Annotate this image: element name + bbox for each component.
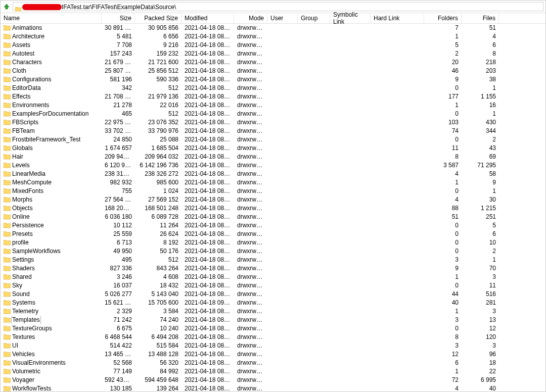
table-row[interactable]: Animations30 891 93530 905 8562021-04-18…: [1, 24, 545, 32]
cell-folders: 0: [424, 247, 462, 256]
cell-mode: drwxrwxrwx: [234, 170, 267, 178]
cell-group: [298, 75, 330, 84]
cell-mode: drwxrwxrwx: [234, 350, 267, 359]
table-row[interactable]: Templates71 24274 2402021-04-18 08:45drw…: [1, 316, 545, 324]
table-row[interactable]: Systems15 621 07915 705 6002021-04-18 09…: [1, 299, 545, 307]
table-row[interactable]: Assets7 7089 2162021-04-18 08:56drwxrwxr…: [1, 41, 545, 50]
table-row[interactable]: Cloth25 807 01125 856 5122021-04-18 08:4…: [1, 67, 545, 75]
header-packed-size[interactable]: Packed Size: [135, 13, 181, 23]
cell-symlink: [330, 264, 371, 273]
header-folders[interactable]: Folders: [424, 13, 462, 23]
table-row[interactable]: Voyager592 434 807594 459 6482021-04-18 …: [1, 376, 545, 384]
table-row[interactable]: profile6 7138 1922021-04-18 08:31drwxrwx…: [1, 238, 545, 247]
file-list[interactable]: Animations30 891 93530 905 8562021-04-18…: [1, 24, 545, 391]
row-name: Hair: [12, 153, 23, 161]
table-row[interactable]: Levels6 120 926 1156 142 196 7362021-04-…: [1, 161, 545, 170]
table-row[interactable]: Textures6 468 5446 494 2082021-04-18 08:…: [1, 333, 545, 341]
table-row[interactable]: VisualEnvironments52 56856 3202021-04-18…: [1, 359, 545, 367]
cell-mode: drwxrwxrwx: [234, 333, 267, 341]
cell-group: [298, 256, 330, 264]
cell-folders: 1: [424, 101, 462, 110]
cell-group: [298, 324, 330, 333]
cell-psize: 512: [135, 110, 181, 118]
table-row[interactable]: Settings4955122021-04-18 08:58drwxrwxrwx…: [1, 256, 545, 264]
table-row[interactable]: FBTeam33 702 10633 790 9762021-04-18 08:…: [1, 127, 545, 135]
table-row[interactable]: Volumetric77 14984 9922021-04-18 08:34dr…: [1, 367, 545, 376]
table-row[interactable]: MixedFonts7551 0242021-04-18 08:31drwxrw…: [1, 187, 545, 195]
cell-name: Telemetry: [1, 307, 102, 316]
table-row[interactable]: FBScripts22 975 05623 076 3522021-04-18 …: [1, 118, 545, 127]
header-modified[interactable]: Modified: [181, 13, 234, 23]
folder-icon: [4, 128, 11, 135]
header-files[interactable]: Files: [462, 13, 499, 23]
table-row[interactable]: SampleWorkflows49 95050 1762021-04-18 08…: [1, 247, 545, 256]
table-row[interactable]: Telemetry2 3293 5842021-04-18 08:34drwxr…: [1, 307, 545, 316]
cell-user: [267, 384, 298, 391]
table-row[interactable]: Characters21 679 24321 721 6002021-04-18…: [1, 58, 545, 67]
table-row[interactable]: Sound5 026 2775 143 0402021-04-18 08:45d…: [1, 290, 545, 299]
header-hardlink[interactable]: Hard Link: [371, 13, 424, 23]
cell-user: [267, 350, 298, 359]
folder-icon: [4, 205, 11, 212]
cell-mode: drwxrwxrwx: [234, 144, 267, 153]
folder-icon: [4, 222, 11, 229]
path-input[interactable]: IFATest.tar\FIFATest\ExampleData\Source\: [13, 2, 543, 11]
cell-hardlink: [371, 32, 424, 41]
cell-modified: 2021-04-18 08:43: [181, 153, 234, 161]
table-row[interactable]: WorkflowTests130 185139 2642021-04-18 08…: [1, 384, 545, 391]
table-row[interactable]: ExamplesForDocumentation4655122021-04-18…: [1, 110, 545, 118]
table-row[interactable]: Hair209 945 869209 964 0322021-04-18 08:…: [1, 153, 545, 161]
table-row[interactable]: Shared3 2464 6082021-04-18 08:34drwxrwxr…: [1, 273, 545, 281]
cell-files: 12: [462, 324, 499, 333]
table-row[interactable]: Presets25 55926 6242021-04-18 08:31drwxr…: [1, 230, 545, 238]
cell-modified: 2021-04-18 08:45: [181, 359, 234, 367]
cell-folders: 8: [424, 153, 462, 161]
cell-folders: 4: [424, 170, 462, 178]
cell-hardlink: [371, 50, 424, 58]
cell-mode: drwxrwxrwx: [234, 213, 267, 221]
cell-symlink: [330, 230, 371, 238]
header-name[interactable]: Name: [1, 13, 102, 23]
cell-psize: 33 790 976: [135, 127, 181, 135]
table-row[interactable]: Configurations581 196590 3362021-04-18 0…: [1, 75, 545, 84]
table-row[interactable]: Persistence10 11211 2642021-04-18 08:31d…: [1, 221, 545, 230]
folder-icon: [15, 5, 21, 10]
header-symlink[interactable]: Symbolic Link: [330, 13, 371, 23]
table-row[interactable]: Objects168 209 798168 501 2482021-04-18 …: [1, 204, 545, 213]
table-row[interactable]: TextureGroups6 67510 2402021-04-18 08:31…: [1, 324, 545, 333]
table-row[interactable]: Environments21 27822 0162021-04-18 08:43…: [1, 101, 545, 110]
table-row[interactable]: Shaders827 336843 2642021-04-18 08:34drw…: [1, 264, 545, 273]
table-row[interactable]: Architecture5 4816 6562021-04-18 08:33dr…: [1, 32, 545, 41]
cell-name: Vehicles: [1, 350, 102, 359]
cell-name: TextureGroups: [1, 324, 102, 333]
table-row[interactable]: Vehicles13 465 67313 488 1282021-04-18 0…: [1, 350, 545, 359]
table-row[interactable]: UI514 422515 5842021-04-18 08:45drwxrwxr…: [1, 341, 545, 350]
cell-mode: drwxrwxrwx: [234, 281, 267, 290]
cell-group: [298, 350, 330, 359]
cell-files: 1: [462, 187, 499, 195]
table-row[interactable]: Sky16 03718 4322021-04-18 08:31drwxrwxrw…: [1, 281, 545, 290]
row-name: Cloth: [12, 67, 26, 75]
row-name: MeshCompute: [12, 178, 52, 187]
table-row[interactable]: Effects21 708 96221 979 1362021-04-18 08…: [1, 92, 545, 101]
table-row[interactable]: Morphs27 564 05027 569 1522021-04-18 08:…: [1, 195, 545, 204]
header-group[interactable]: Group: [298, 13, 330, 23]
table-row[interactable]: Autotest157 243159 2322021-04-18 08:43dr…: [1, 50, 545, 58]
header-mode[interactable]: Mode: [234, 13, 267, 23]
row-name: Sound: [12, 290, 30, 299]
cell-mode: drwxrwxrwx: [234, 299, 267, 307]
up-icon[interactable]: [3, 3, 11, 11]
cell-user: [267, 333, 298, 341]
table-row[interactable]: LinearMedia238 315 534238 326 2722021-04…: [1, 170, 545, 178]
row-name: Telemetry: [12, 307, 38, 316]
cell-files: 2: [462, 247, 499, 256]
header-user[interactable]: User: [267, 13, 298, 23]
table-row[interactable]: EditorData3425122021-04-18 08:31drwxrwxr…: [1, 84, 545, 92]
folder-icon: [4, 76, 11, 83]
table-row[interactable]: Globals1 674 6571 685 5042021-04-18 08:3…: [1, 144, 545, 153]
row-name: Vehicles: [12, 350, 35, 359]
table-row[interactable]: MeshCompute982 932985 6002021-04-18 08:3…: [1, 178, 545, 187]
table-row[interactable]: Online6 036 1806 089 7282021-04-18 08:34…: [1, 213, 545, 221]
header-size[interactable]: Size: [102, 13, 135, 23]
table-row[interactable]: FrostbiteFramework_Test24 85025 0882021-…: [1, 135, 545, 144]
